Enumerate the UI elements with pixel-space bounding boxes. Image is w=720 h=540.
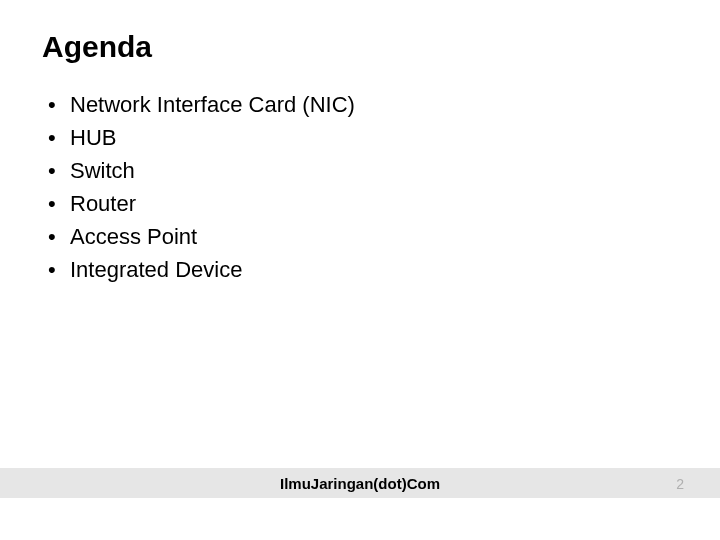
list-item: Access Point: [42, 220, 355, 253]
list-item: Integrated Device: [42, 253, 355, 286]
footer-bar: IlmuJaringan(dot)Com: [0, 468, 720, 498]
list-item: HUB: [42, 121, 355, 154]
list-item: Switch: [42, 154, 355, 187]
list-item: Router: [42, 187, 355, 220]
footer-text: IlmuJaringan(dot)Com: [280, 475, 440, 492]
list-item: Network Interface Card (NIC): [42, 88, 355, 121]
page-number: 2: [676, 476, 684, 492]
bullet-list: Network Interface Card (NIC) HUB Switch …: [42, 88, 355, 286]
slide-title: Agenda: [42, 30, 152, 64]
